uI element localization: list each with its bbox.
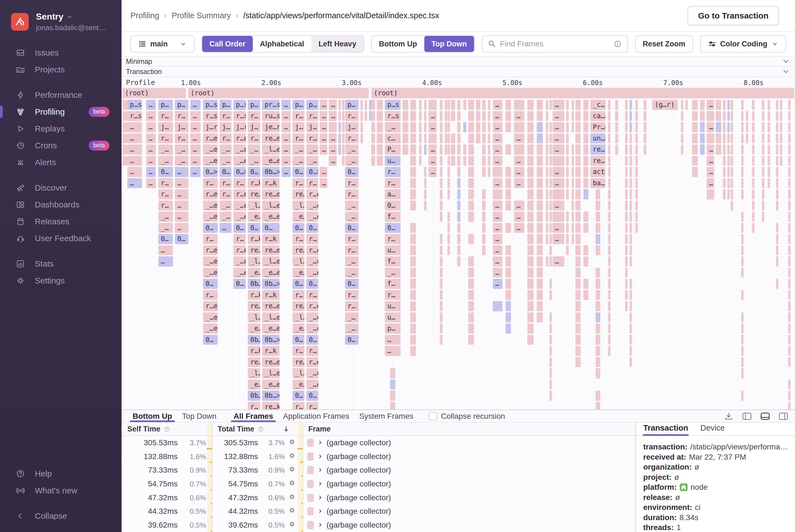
flame-frame[interactable] [723,122,726,132]
flame-frame[interactable] [463,145,466,155]
flame-frame[interactable] [608,167,610,177]
flame-frame[interactable]: 0… [203,335,218,345]
flame-frame[interactable] [549,380,552,390]
tab-system-frames[interactable]: System Frames [354,410,418,422]
flame-frame[interactable] [692,100,698,110]
flame-frame[interactable] [723,100,726,110]
direction-bottom-up[interactable]: Bottom Up [372,36,424,52]
flame-frame[interactable]: r… [292,111,304,121]
flame-frame[interactable]: r… [233,234,246,244]
flame-frame[interactable] [625,256,628,267]
flame-frame[interactable] [419,145,421,155]
flame-frame[interactable]: _l…e [262,368,280,378]
flame-frame[interactable] [445,145,447,155]
flame-frame[interactable] [482,212,486,222]
flame-frame[interactable]: … [493,122,503,132]
flame-frame[interactable] [527,167,534,177]
flame-frame[interactable]: _… [175,156,188,166]
flame-frame[interactable]: … [552,100,564,110]
flame-frame[interactable]: (root) [371,88,794,98]
flame-frame[interactable] [700,122,705,132]
flame-frame[interactable] [608,301,610,311]
gear-icon[interactable] [288,465,296,475]
flame-frame[interactable] [566,189,569,200]
flame-frame[interactable]: r… [292,133,304,144]
flame-frame[interactable] [741,391,744,401]
flame-frame[interactable] [546,156,548,166]
flame-frame[interactable] [608,133,610,144]
flame-frame[interactable] [741,312,744,323]
flame-frame[interactable] [451,156,455,166]
flame-frame[interactable]: p…s [127,100,142,110]
flame-frame[interactable] [440,245,442,255]
flame-frame[interactable] [780,133,782,144]
flame-frame[interactable] [644,145,646,155]
flame-frame[interactable] [482,234,486,244]
gear-icon[interactable] [288,493,296,503]
flame-frame[interactable]: _…e [233,268,246,278]
flame-frame[interactable] [566,156,569,166]
chevron-down-icon[interactable] [782,68,790,76]
flame-frame[interactable]: … [175,223,188,233]
flame-frame[interactable] [549,234,552,244]
flame-frame[interactable]: r… [292,402,304,410]
flame-frame[interactable] [448,145,450,155]
flame-frame[interactable]: … [552,256,564,267]
flame-frame[interactable] [440,145,442,155]
flame-frame[interactable]: r… [292,346,304,356]
flame-frame[interactable] [527,122,534,132]
flame-frame[interactable] [752,156,754,166]
flame-frame[interactable]: a… [385,189,400,200]
flame-frame[interactable] [608,245,610,255]
flame-frame[interactable] [762,212,764,222]
flame-frame[interactable]: p… [220,100,231,110]
flame-frame[interactable] [768,111,770,121]
flame-frame[interactable]: 0… [292,279,304,289]
flame-frame[interactable] [410,223,416,233]
flame-frame[interactable]: … [190,133,201,144]
gear-icon[interactable] [288,506,296,516]
flame-frame[interactable] [776,256,778,267]
flame-frame[interactable]: _… [292,145,304,155]
flame-frame[interactable] [727,100,730,110]
flame-frame[interactable] [776,145,778,155]
flame-frame[interactable] [788,212,791,222]
flame-frame[interactable]: … [706,122,714,132]
flame-frame[interactable] [571,212,574,222]
flame-frame[interactable] [457,122,460,132]
flame-frame[interactable] [566,122,569,132]
flame-frame[interactable] [125,100,127,110]
flame-frame[interactable] [583,212,588,222]
flame-frame[interactable]: j… [175,122,188,132]
flame-frame[interactable] [440,323,442,334]
flame-frame[interactable]: 0… [345,223,359,233]
flame-frame[interactable]: 0b…> [262,279,280,289]
flame-frame[interactable] [595,234,600,244]
flame-frame[interactable] [448,178,450,188]
flame-frame[interactable] [410,145,416,155]
flame-frame[interactable] [731,122,733,132]
flame-frame[interactable] [575,111,581,121]
flame-frame[interactable]: f… [385,212,400,222]
flame-frame[interactable]: _l…e [262,201,280,211]
reset-zoom-button[interactable]: Reset Zoom [635,35,693,53]
flame-frame[interactable] [468,100,474,110]
flame-frame[interactable] [608,100,610,110]
flame-frame[interactable] [329,122,337,132]
flame-frame[interactable] [595,323,600,334]
flame-frame[interactable] [723,167,726,177]
flame-frame[interactable]: 0b…> [262,167,280,177]
flame-frame[interactable] [741,256,744,267]
org-switcher[interactable]: Sentry jonas.badalic@sent… [0,0,121,32]
flame-frame[interactable]: … [493,223,503,233]
sidebar-item-profiling[interactable]: Profilingbeta [0,103,121,120]
flame-frame[interactable] [741,323,744,334]
flame-frame[interactable]: r… [220,189,231,200]
flame-frame[interactable]: P… [385,145,400,155]
flame-frame[interactable] [468,234,474,244]
flame-frame[interactable] [566,145,569,155]
sidebar-item-discover[interactable]: Discover [0,179,121,196]
flame-frame[interactable]: pr…s [262,100,280,110]
flame-frame[interactable] [537,301,543,311]
flame-frame[interactable] [506,111,511,121]
